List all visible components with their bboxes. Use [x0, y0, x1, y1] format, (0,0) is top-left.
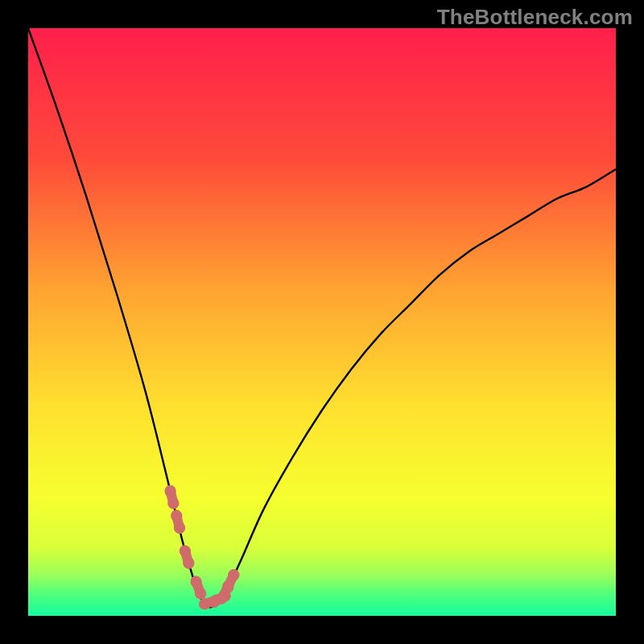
bottleneck-chart — [0, 0, 644, 644]
svg-point-7 — [180, 545, 191, 556]
watermark-text: TheBottleneck.com — [437, 5, 633, 30]
svg-point-1 — [164, 485, 175, 497]
svg-point-11 — [195, 588, 206, 599]
svg-point-8 — [183, 557, 194, 568]
svg-point-2 — [167, 497, 179, 509]
chart-frame: { "watermark": "TheBottleneck.com", "cha… — [0, 0, 644, 644]
svg-point-4 — [171, 510, 182, 522]
svg-point-10 — [190, 576, 201, 588]
svg-point-23 — [228, 569, 239, 580]
svg-point-22 — [222, 580, 233, 592]
plot-background — [28, 28, 616, 616]
svg-point-5 — [174, 522, 185, 533]
svg-point-19 — [216, 592, 227, 604]
